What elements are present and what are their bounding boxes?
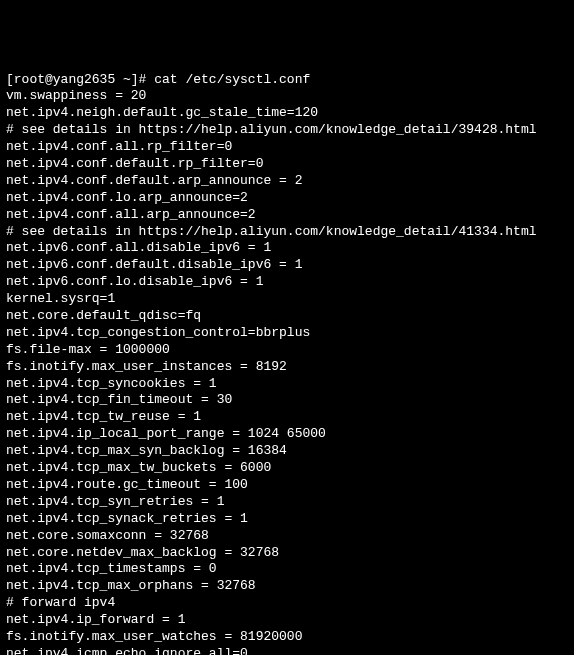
output-line: net.ipv4.conf.default.arp_announce = 2 [6,173,568,190]
output-line: net.ipv4.tcp_syncookies = 1 [6,376,568,393]
output-line: net.ipv4.ip_forward = 1 [6,612,568,629]
output-line: net.ipv4.tcp_congestion_control=bbrplus [6,325,568,342]
output-line: net.core.default_qdisc=fq [6,308,568,325]
output-line: net.ipv6.conf.lo.disable_ipv6 = 1 [6,274,568,291]
output-line: net.ipv6.conf.all.disable_ipv6 = 1 [6,240,568,257]
output-line: net.ipv4.tcp_max_tw_buckets = 6000 [6,460,568,477]
output-line: net.ipv4.tcp_max_orphans = 32768 [6,578,568,595]
output-line: # forward ipv4 [6,595,568,612]
output-line: net.core.netdev_max_backlog = 32768 [6,545,568,562]
output-line: net.ipv4.conf.all.rp_filter=0 [6,139,568,156]
output-line: net.ipv4.tcp_fin_timeout = 30 [6,392,568,409]
output-line: net.ipv4.tcp_timestamps = 0 [6,561,568,578]
output-line: # see details in https://help.aliyun.com… [6,122,568,139]
output-line: net.ipv4.route.gc_timeout = 100 [6,477,568,494]
output-line: fs.file-max = 1000000 [6,342,568,359]
output-line: net.ipv4.tcp_tw_reuse = 1 [6,409,568,426]
output-line: net.core.somaxconn = 32768 [6,528,568,545]
output-line: net.ipv4.neigh.default.gc_stale_time=120 [6,105,568,122]
output-line: net.ipv4.conf.all.arp_announce=2 [6,207,568,224]
prompt-line: [root@yang2635 ~]# cat /etc/sysctl.conf [6,72,568,89]
output-line: net.ipv4.tcp_syn_retries = 1 [6,494,568,511]
output-line: fs.inotify.max_user_instances = 8192 [6,359,568,376]
shell-prompt: [root@yang2635 ~]# [6,72,154,87]
output-line: fs.inotify.max_user_watches = 81920000 [6,629,568,646]
output-line: vm.swappiness = 20 [6,88,568,105]
output-line: # see details in https://help.aliyun.com… [6,224,568,241]
output-line: net.ipv4.conf.lo.arp_announce=2 [6,190,568,207]
command-text: cat /etc/sysctl.conf [154,72,310,87]
output-line: net.ipv4.icmp_echo_ignore_all=0 [6,646,568,655]
output-line: net.ipv4.ip_local_port_range = 1024 6500… [6,426,568,443]
output-line: net.ipv4.tcp_synack_retries = 1 [6,511,568,528]
output-line: net.ipv4.tcp_max_syn_backlog = 16384 [6,443,568,460]
output-line: net.ipv6.conf.default.disable_ipv6 = 1 [6,257,568,274]
output-line: net.ipv4.conf.default.rp_filter=0 [6,156,568,173]
output-line: kernel.sysrq=1 [6,291,568,308]
